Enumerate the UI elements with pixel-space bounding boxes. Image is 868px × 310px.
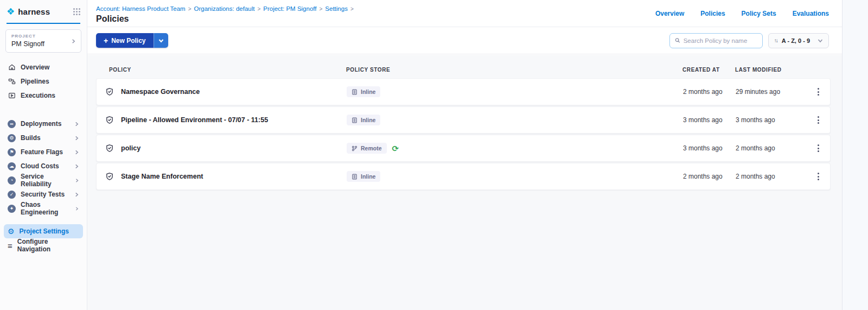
plus-icon: + <box>104 36 108 45</box>
chaos-engineering-icon: ✦ <box>8 205 16 213</box>
policies-table: Namespace Governance Inline 2 months ago… <box>96 78 831 190</box>
store-badge-label: Inline <box>361 88 375 95</box>
search-box <box>669 33 763 48</box>
home-icon <box>8 64 16 71</box>
new-policy-button[interactable]: + New Policy <box>96 33 154 48</box>
tab-overview[interactable]: Overview <box>655 10 684 17</box>
tab-policies[interactable]: Policies <box>700 10 725 17</box>
breadcrumb-separator: > <box>257 6 260 12</box>
sidebar-item-label: Cloud Costs <box>21 162 59 170</box>
chevron-right-icon <box>75 178 79 183</box>
tab-evaluations[interactable]: Evaluations <box>793 10 829 17</box>
breadcrumb-settings[interactable]: Settings <box>325 5 348 12</box>
breadcrumb-separator: > <box>188 6 192 12</box>
search-icon <box>675 37 680 43</box>
column-header-created-at: CREATED AT <box>682 67 735 73</box>
sidebar-item-executions[interactable]: Executions <box>0 88 87 103</box>
last-modified: 29 minutes ago <box>736 88 808 96</box>
policy-store-cell: Inline <box>347 115 683 125</box>
table-row[interactable]: Stage Name Enforcement Inline 2 months a… <box>96 163 831 190</box>
sort-dropdown[interactable]: ↑↓ A - Z, 0 - 9 <box>768 33 829 48</box>
sidebar-spacer <box>0 216 87 224</box>
inline-document-icon <box>352 89 358 95</box>
sync-icon[interactable]: ⟳ <box>392 144 399 153</box>
sidebar-item-label: Builds <box>21 134 41 142</box>
store-badge-label: Remote <box>361 145 382 151</box>
policy-name: policy <box>121 144 141 152</box>
row-menu-kebab-icon[interactable] <box>815 142 821 154</box>
last-modified: 2 months ago <box>736 144 808 152</box>
row-menu-kebab-icon[interactable] <box>815 170 821 182</box>
sidebar-item-project-settings[interactable]: ⚙ Project Settings <box>4 224 83 238</box>
cloud-costs-icon: ☁ <box>8 162 16 170</box>
sidebar-item-service-reliability[interactable]: ◔ Service Reliability <box>0 173 87 187</box>
column-header-last-modified: LAST MODIFIED <box>735 67 809 73</box>
sidebar-item-deployments[interactable]: ∞ Deployments <box>0 117 87 131</box>
search-input[interactable] <box>684 37 757 44</box>
tab-policy-sets[interactable]: Policy Sets <box>742 10 776 17</box>
sidebar-item-pipelines[interactable]: Pipelines <box>0 74 87 88</box>
inline-document-icon <box>352 117 358 123</box>
sidebar-item-label: Deployments <box>21 120 61 128</box>
menu-icon: ≡ <box>8 242 12 250</box>
page-header: Account: Harness Product Team > Organiza… <box>87 0 842 27</box>
store-badge-inline: Inline <box>347 115 380 125</box>
policy-name-cell: Namespace Governance <box>105 87 347 96</box>
store-badge-inline: Inline <box>347 171 380 182</box>
chevron-right-icon <box>71 39 76 43</box>
security-tests-icon: ✓ <box>8 191 16 199</box>
policies-content: POLICY POLICY STORE CREATED AT LAST MODI… <box>87 55 842 310</box>
sidebar-item-cloud-costs[interactable]: ☁ Cloud Costs <box>0 159 87 173</box>
table-row[interactable]: policy Remote ⟳ 3 months ago 2 months ag… <box>96 135 831 162</box>
sidebar-item-label: Executions <box>21 92 55 99</box>
sidebar-item-label: Feature Flags <box>21 148 63 156</box>
breadcrumb-separator: > <box>350 6 354 12</box>
row-menu-kebab-icon[interactable] <box>815 86 821 98</box>
builds-icon: ⚙ <box>8 134 16 142</box>
new-policy-split-button: + New Policy <box>96 33 168 48</box>
new-policy-button-label: New Policy <box>111 37 145 45</box>
sidebar-item-chaos-engineering[interactable]: ✦ Chaos Engineering <box>0 201 87 216</box>
table-row[interactable]: Pipeline - Allowed Environment - 07/07 -… <box>96 106 831 134</box>
service-reliability-icon: ◔ <box>8 176 16 185</box>
breadcrumb-project[interactable]: Project: PM Signoff <box>263 5 316 12</box>
brand-name: harness <box>18 7 70 16</box>
project-selector-value: PM Signoff <box>11 40 75 48</box>
sidebar-item-configure-navigation[interactable]: ≡ Configure Navigation <box>0 238 87 252</box>
chevron-right-icon <box>74 192 79 197</box>
row-menu-kebab-icon[interactable] <box>815 114 821 126</box>
sidebar-item-overview[interactable]: Overview <box>0 60 87 74</box>
chevron-right-icon <box>74 136 79 141</box>
main-panel: Account: Harness Product Team > Organiza… <box>87 0 843 310</box>
toolbar-right: ↑↓ A - Z, 0 - 9 <box>669 33 829 48</box>
executions-icon <box>8 92 16 99</box>
sidebar-item-label: Service Reliability <box>21 173 70 188</box>
table-row[interactable]: Namespace Governance Inline 2 months ago… <box>96 78 831 105</box>
new-policy-dropdown-button[interactable] <box>154 33 168 48</box>
project-selector[interactable]: PROJECT PM Signoff <box>5 29 81 53</box>
feature-flags-icon: ⚑ <box>8 148 16 156</box>
chevron-down-icon <box>818 38 823 43</box>
chevron-right-icon <box>74 164 79 169</box>
shield-check-icon <box>105 87 114 96</box>
store-badge-label: Inline <box>361 173 375 180</box>
sidebar-item-builds[interactable]: ⚙ Builds <box>0 131 87 145</box>
sort-dropdown-value: A - Z, 0 - 9 <box>782 37 810 44</box>
top-nav: Overview Policies Policy Sets Evaluation… <box>655 10 829 17</box>
column-header-policy: POLICY <box>105 67 346 73</box>
shield-check-icon <box>105 116 114 124</box>
breadcrumb-organization[interactable]: Organizations: default <box>194 5 255 12</box>
pipelines-icon <box>8 78 16 85</box>
sidebar-item-feature-flags[interactable]: ⚑ Feature Flags <box>0 145 87 159</box>
sidebar-spacer <box>0 103 87 117</box>
app-grid-icon[interactable] <box>73 8 80 15</box>
sidebar-item-security-tests[interactable]: ✓ Security Tests <box>0 187 87 201</box>
policy-store-cell: Inline <box>347 171 683 182</box>
breadcrumb-account[interactable]: Account: Harness Product Team <box>96 5 186 12</box>
git-branch-icon <box>352 145 358 151</box>
policy-store-cell: Inline <box>347 86 683 97</box>
policy-name: Namespace Governance <box>121 88 200 96</box>
last-modified: 2 months ago <box>736 173 808 180</box>
sidebar-item-label: Chaos Engineering <box>21 201 70 216</box>
store-badge-inline: Inline <box>347 86 380 97</box>
